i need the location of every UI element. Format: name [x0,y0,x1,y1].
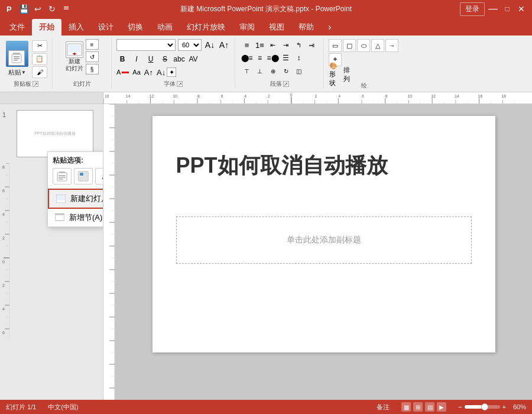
tab-home[interactable]: 开始 [32,19,61,35]
redo-button[interactable]: ↻ [46,3,58,15]
notes-button[interactable]: 备注 [377,403,390,412]
justify-button[interactable]: ☰ [280,52,292,64]
new-slide-button[interactable]: 新建幻灯片 [66,41,83,72]
new-slide-menu-label: 新建幻灯片(N) [70,193,103,204]
valign-bot-button[interactable]: ⊕ [267,65,279,77]
increase-indent-button[interactable]: ⇥ [280,39,292,51]
font-size-select[interactable]: 60 [178,39,202,51]
align-center-button[interactable]: ≡ [254,52,266,64]
add-section-menu-item[interactable]: 新增节(A) [48,209,103,227]
clear-format-button[interactable]: ✦ [167,67,176,77]
tab-design[interactable]: 设计 [91,19,121,35]
format-painter-button[interactable]: 🖌 [32,66,47,78]
rtl-button[interactable]: ↰ [293,39,305,51]
tab-view[interactable]: 视图 [262,19,291,35]
save-button[interactable]: 💾 [18,3,30,15]
arrange-button[interactable]: 排列 [343,69,355,80]
view-buttons: ▦ ⊞ ▤ ▶ [401,402,446,412]
shape-oval[interactable]: ⬭ [357,39,370,52]
font-label: 字体 ↗ [164,80,183,88]
paragraph-content: ≡ 1≡ ⇤ ⇥ ↰ ⫥ ⬤≡ ≡ ≡⬤ ☰ ↕ ⊤ ⊥ ⊕ ↻ ◫ [241,39,318,79]
svg-text:4: 4 [338,94,340,98]
shape-triangle[interactable]: △ [371,39,384,52]
cut-button[interactable]: ✂ [32,40,47,52]
tab-insert[interactable]: 插入 [61,19,91,35]
align-right-button[interactable]: ≡⬤ [267,52,279,64]
strikethrough-button[interactable]: S [159,53,171,65]
increase-size-button[interactable]: A↑ [218,39,230,51]
font-expand[interactable]: ↗ [177,81,183,87]
valign-top-button[interactable]: ⊤ [241,65,253,77]
valign-mid-button[interactable]: ⊥ [254,65,266,77]
shape-rounded-rect[interactable]: ▢ [343,39,356,52]
slide-thumbnail[interactable]: PPT如何取消自动播放 [17,110,93,157]
shape-arrow[interactable]: → [385,39,398,52]
zoom-slider[interactable] [465,405,500,409]
slide-canvas[interactable]: PPT如何取消自动播放 单击此处添加副标题 [153,116,495,352]
svg-text:6: 6 [2,331,5,335]
slide-subtitle-area[interactable]: 单击此处添加副标题 [176,216,472,264]
bold-button[interactable]: B [116,53,128,65]
svg-text:8: 8 [385,94,388,98]
new-slide-icon [66,41,83,58]
clipboard-group: 粘贴▼ ✂ 📋 🖌 剪贴板 ↗ [0,38,53,89]
maximize-button[interactable]: □ [501,3,513,15]
zoom-handle[interactable] [481,403,488,410]
italic-button[interactable]: I [131,53,142,65]
paragraph-expand[interactable]: ↗ [283,81,289,87]
shape-fill-button[interactable]: 🎨形状 [329,69,340,80]
slide-title: PPT如何取消自动播放 [176,151,388,180]
slideshow-button[interactable]: ▶ [437,402,446,412]
tab-more[interactable]: › [321,19,338,35]
main-area: 1 PPT如何取消自动播放 8 6 4 2 0 [0,104,532,400]
zoom-out-icon[interactable]: − [458,403,462,410]
paste-opt-2[interactable] [74,168,93,185]
login-button[interactable]: 登录 [460,2,485,16]
reading-view-button[interactable]: ▤ [425,402,434,412]
align-left-button[interactable]: ⬤≡ [241,52,253,64]
zoom-level[interactable]: 60% [508,403,526,410]
paste-opt-1[interactable] [53,168,72,185]
tab-file[interactable]: 文件 [2,19,32,35]
tab-animation[interactable]: 动画 [150,19,180,35]
shadow-button[interactable]: abc [173,53,185,65]
slide-sorter-button[interactable]: ⊞ [413,402,423,412]
line-spacing-button[interactable]: ↕ [293,52,305,64]
paste-opt-3[interactable]: A [95,168,103,185]
reset-button[interactable]: ↺ [86,51,99,62]
tab-review[interactable]: 审阅 [232,19,262,35]
quick-access-button[interactable] [60,3,72,15]
clipboard-expand[interactable]: ↗ [33,81,38,87]
column-button[interactable]: ⫥ [306,39,318,51]
zoom-in-icon[interactable]: + [502,403,506,410]
clipboard-small-btns: ✂ 📋 🖌 [32,40,47,78]
svg-rect-4 [64,9,69,9]
paste-button[interactable]: 粘贴▼ [5,40,30,78]
text-dir-button[interactable]: ↻ [280,65,292,77]
section-button[interactable]: § [86,64,99,75]
ribbon-tabs: 文件 开始 插入 设计 切换 动画 幻灯片放映 审阅 视图 帮助 › [0,18,532,35]
copy-button[interactable]: 📋 [32,53,47,65]
svg-text:0: 0 [290,93,293,97]
underline-button[interactable]: U [145,53,157,65]
bullets-button[interactable]: ≡ [241,39,253,51]
undo-button[interactable]: ↩ [32,3,44,15]
font-name-select[interactable] [116,39,176,51]
decrease-size-button[interactable]: A↓ [204,39,216,51]
char-spacing-button[interactable]: AV [187,53,199,65]
clipboard-content: 粘贴▼ ✂ 📋 🖌 [5,39,47,79]
layout-button[interactable]: ≡ [86,39,99,50]
shape-rect[interactable]: ▭ [329,39,342,52]
close-button[interactable]: ✕ [515,3,527,15]
decrease-indent-button[interactable]: ⇤ [267,39,279,51]
tab-slideshow[interactable]: 幻灯片放映 [180,19,232,35]
paragraph-group: ≡ 1≡ ⇤ ⇥ ↰ ⫥ ⬤≡ ≡ ≡⬤ ☰ ↕ ⊤ ⊥ ⊕ ↻ ◫ [235,38,324,89]
svg-text:2: 2 [2,236,5,240]
smartart-button[interactable]: ◫ [293,65,305,77]
normal-view-button[interactable]: ▦ [401,402,411,412]
new-slide-menu-item[interactable]: 新建幻灯片(N) [48,189,103,209]
tab-transition[interactable]: 切换 [121,19,150,35]
numbering-button[interactable]: 1≡ [254,39,266,51]
tab-help[interactable]: 帮助 [291,19,321,35]
minimize-button[interactable]: — [487,3,499,15]
